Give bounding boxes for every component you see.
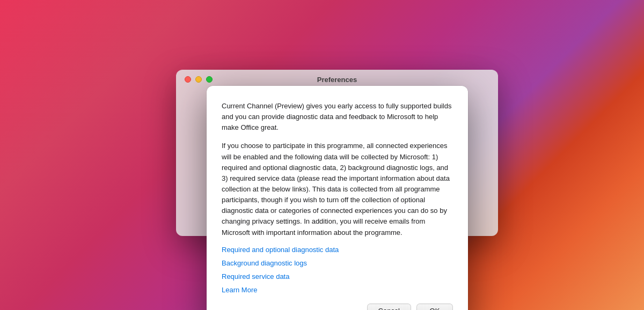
modal-body: Current Channel (Preview) gives you earl… — [222, 101, 453, 238]
ok-button[interactable]: OK — [416, 304, 453, 310]
traffic-lights — [185, 76, 213, 83]
preferences-title: Preferences — [317, 76, 357, 84]
modal-buttons: Cancel OK — [222, 304, 453, 310]
modal-paragraph-1: Current Channel (Preview) gives you earl… — [222, 101, 453, 133]
maximize-button[interactable] — [206, 76, 213, 83]
close-button[interactable] — [185, 76, 191, 83]
link-required-service-data[interactable]: Required service data — [222, 272, 453, 281]
modal-dialog: Current Channel (Preview) gives you earl… — [207, 86, 468, 310]
link-learn-more[interactable]: Learn More — [222, 286, 453, 294]
link-background-diagnostic[interactable]: Background diagnostic logs — [222, 259, 453, 267]
link-required-optional-diagnostic[interactable]: Required and optional diagnostic data — [222, 246, 453, 254]
cancel-button[interactable]: Cancel — [367, 304, 411, 310]
modal-links: Required and optional diagnostic data Ba… — [222, 246, 453, 294]
modal-paragraph-2: If you choose to participate in this pro… — [222, 141, 453, 238]
minimize-button[interactable] — [195, 76, 202, 83]
